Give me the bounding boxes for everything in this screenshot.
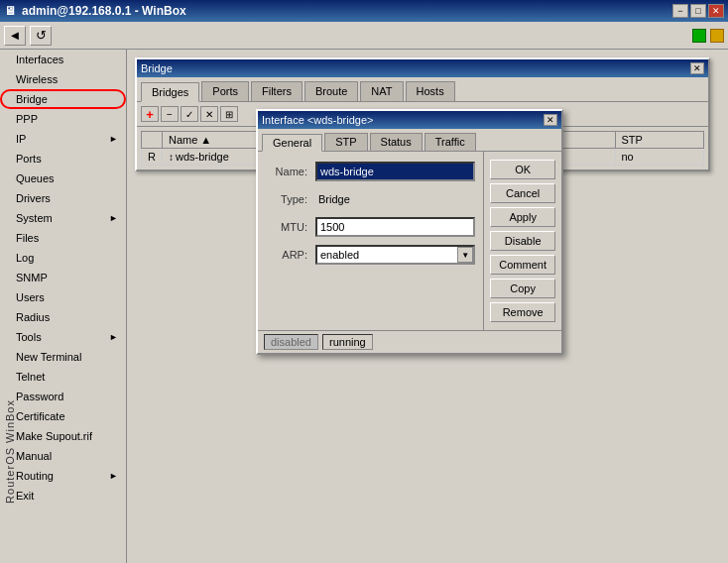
disable-bridge-button[interactable]: ✕ — [200, 106, 218, 122]
app-icon: 🖥 — [4, 4, 16, 18]
row-flag: R — [142, 149, 163, 166]
add-bridge-button[interactable]: + — [141, 106, 159, 122]
sidebar-item-system[interactable]: System► — [0, 208, 126, 228]
mtu-label: MTU: — [266, 221, 315, 233]
dialog-status-bar: disabled running — [258, 330, 561, 353]
sidebar-item-log[interactable]: Log — [0, 248, 126, 268]
sidebar-arrow-ip: ► — [109, 134, 118, 144]
tab-hosts[interactable]: Hosts — [406, 81, 455, 101]
sidebar-item-wireless[interactable]: Wireless — [0, 69, 126, 89]
sidebar-item-ports[interactable]: Ports — [0, 149, 126, 169]
sidebar-item-label-ppp: PPP — [16, 113, 38, 125]
sidebar-item-interfaces[interactable]: Interfaces — [0, 50, 126, 69]
bridge-window-title: Bridge — [141, 62, 173, 74]
sidebar-item-drivers[interactable]: Drivers — [0, 188, 126, 208]
sidebar-item-radius[interactable]: Radius — [0, 307, 126, 327]
sidebar-item-users[interactable]: Users — [0, 287, 126, 307]
form-row-mtu: MTU: — [266, 217, 475, 237]
name-input[interactable] — [315, 162, 475, 181]
dialog-tab-traffic[interactable]: Traffic — [425, 133, 476, 151]
dialog-buttons-panel: OK Cancel Apply Disable Comment Copy Rem… — [483, 152, 561, 330]
settings-bridge-button[interactable]: ⊞ — [220, 106, 238, 122]
sidebar-arrow-routing: ► — [109, 471, 118, 481]
disable-button[interactable]: Disable — [490, 231, 555, 251]
sidebar-item-label-queues: Queues — [16, 172, 55, 184]
remove-button[interactable]: Remove — [490, 302, 555, 322]
arp-select-wrapper: enabled disabled proxy-arp reply-only ▼ — [315, 245, 475, 265]
back-button[interactable]: ◄ — [4, 26, 26, 46]
sidebar-item-ppp[interactable]: PPP — [0, 109, 126, 129]
sidebar-item-telnet[interactable]: Telnet — [0, 367, 126, 387]
arp-label: ARP: — [266, 249, 315, 261]
tab-broute[interactable]: Broute — [304, 81, 358, 101]
arp-select[interactable]: enabled disabled proxy-arp reply-only — [315, 245, 475, 265]
sidebar-item-queues[interactable]: Queues — [0, 169, 126, 188]
maximize-button[interactable]: □ — [690, 4, 706, 18]
form-row-arp: ARP: enabled disabled proxy-arp reply-on… — [266, 245, 475, 265]
sidebar-item-label-drivers: Drivers — [16, 192, 51, 204]
sidebar-item-label-bridge: Bridge — [16, 93, 48, 105]
sidebar-item-label-routing: Routing — [16, 470, 54, 482]
copy-button[interactable]: Copy — [490, 279, 555, 298]
bridge-window-title-bar: Bridge ✕ — [137, 59, 708, 77]
bridge-window-close[interactable]: ✕ — [690, 62, 704, 74]
sidebar-item-snmp[interactable]: SNMP — [0, 268, 126, 287]
iface-icon: ↕ — [169, 152, 174, 163]
dialog-tab-stp[interactable]: STP — [324, 133, 367, 151]
sidebar-item-label-exit: Exit — [16, 490, 34, 502]
sidebar-item-exit[interactable]: Exit — [0, 486, 126, 506]
lock-icon — [710, 29, 724, 43]
sidebar-item-make-supout[interactable]: Make Supout.rif — [0, 426, 126, 446]
interface-dialog-close[interactable]: ✕ — [544, 114, 557, 126]
sidebar-item-label-wireless: Wireless — [16, 73, 58, 85]
main-toolbar: ◄ ↺ — [0, 22, 728, 50]
sidebar-item-label-telnet: Telnet — [16, 371, 45, 383]
sidebar-item-routing[interactable]: Routing► — [0, 466, 126, 486]
sidebar-item-password[interactable]: Password — [0, 387, 126, 406]
sidebar-item-manual[interactable]: Manual — [0, 446, 126, 466]
sidebar: InterfacesWirelessBridgePPPIP►PortsQueue… — [0, 50, 127, 563]
interface-dialog-title: Interface <wds-bridge> — [262, 114, 374, 126]
tab-filters[interactable]: Filters — [251, 81, 303, 101]
col-stp[interactable]: STP — [615, 132, 704, 149]
sidebar-item-label-ip: IP — [16, 133, 26, 145]
sidebar-item-label-make-supout: Make Supout.rif — [16, 430, 92, 442]
remove-bridge-button[interactable]: − — [161, 106, 179, 122]
enable-bridge-button[interactable]: ✓ — [181, 106, 198, 122]
form-row-type: Type: Bridge — [266, 189, 475, 209]
status-running: running — [322, 334, 373, 350]
sidebar-item-new-terminal[interactable]: New Terminal — [0, 347, 126, 367]
comment-button[interactable]: Comment — [490, 255, 555, 275]
interface-dialog-title-bar: Interface <wds-bridge> ✕ — [258, 111, 561, 129]
tab-nat[interactable]: NAT — [360, 81, 403, 101]
row-stp: no — [615, 149, 704, 166]
sidebar-item-label-tools: Tools — [16, 331, 42, 343]
mtu-input[interactable] — [315, 217, 475, 237]
refresh-button[interactable]: ↺ — [30, 26, 52, 46]
cancel-button[interactable]: Cancel — [490, 183, 555, 203]
sidebar-item-tools[interactable]: Tools► — [0, 327, 126, 347]
sidebar-item-bridge[interactable]: Bridge — [0, 89, 126, 109]
sidebar-item-label-new-terminal: New Terminal — [16, 351, 81, 363]
ok-button[interactable]: OK — [490, 160, 555, 179]
sidebar-item-label-interfaces: Interfaces — [16, 54, 63, 65]
name-label: Name: — [266, 166, 315, 177]
apply-button[interactable]: Apply — [490, 207, 555, 227]
sidebar-item-label-users: Users — [16, 291, 45, 303]
sidebar-item-ip[interactable]: IP► — [0, 129, 126, 149]
sidebar-item-certificate[interactable]: Certificate — [0, 406, 126, 426]
sidebar-label: RouterOS WinBox — [4, 399, 16, 504]
close-button[interactable]: ✕ — [708, 4, 724, 18]
tab-bridges[interactable]: Bridges — [141, 82, 199, 102]
dialog-tab-general[interactable]: General — [262, 134, 322, 152]
interface-form: Name: Type: Bridge MTU: ARP: — [258, 152, 483, 330]
title-bar: 🖥 admin@192.168.0.1 - WinBox − □ ✕ — [0, 0, 728, 22]
sidebar-item-files[interactable]: Files — [0, 228, 126, 248]
tab-ports[interactable]: Ports — [201, 81, 249, 101]
sidebar-item-label-certificate: Certificate — [16, 410, 65, 422]
dialog-tab-status[interactable]: Status — [370, 133, 423, 151]
sidebar-arrow-tools: ► — [109, 332, 118, 342]
status-disabled: disabled — [264, 334, 318, 350]
minimize-button[interactable]: − — [672, 4, 688, 18]
sidebar-item-label-password: Password — [16, 391, 63, 402]
